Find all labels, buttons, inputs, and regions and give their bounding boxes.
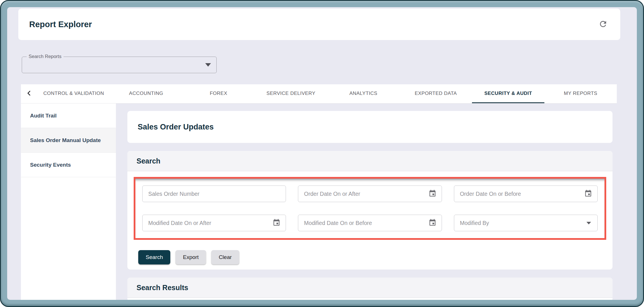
page-title: Report Explorer (29, 20, 92, 29)
order-date-before-calendar-button[interactable] (584, 189, 593, 198)
tabs-scroll-left-button[interactable] (21, 84, 37, 103)
sidebar-item-audit-trail[interactable]: Audit Trail (21, 103, 116, 128)
refresh-button[interactable] (597, 18, 609, 31)
search-results-header: Search Results (127, 278, 613, 298)
modified-date-on-or-after-field[interactable] (142, 215, 286, 231)
calendar-icon (272, 219, 280, 228)
modified-by-field[interactable] (454, 215, 598, 231)
app-screen: Report Explorer Search Reports CONTROL &… (7, 7, 637, 300)
order-date-on-or-before-field[interactable] (454, 186, 598, 202)
search-panel-body: Search Export Clear (127, 171, 613, 270)
calendar-icon (584, 190, 592, 198)
modified-date-on-or-before-field[interactable] (298, 215, 442, 231)
search-reports-select[interactable]: Search Reports (22, 57, 217, 73)
search-results-title: Search Results (137, 284, 188, 292)
modified-date-on-or-after-input[interactable] (143, 220, 272, 226)
sales-order-number-input[interactable] (143, 191, 286, 197)
search-fields-grid (142, 186, 598, 231)
search-panel: Search (127, 151, 613, 270)
tab-service-delivery[interactable]: SERVICE DELIVERY (255, 84, 327, 103)
header-card: Report Explorer (18, 9, 620, 40)
annotation-highlight-box (134, 177, 606, 240)
sales-order-number-field[interactable] (142, 186, 286, 202)
report-title: Sales Order Updates (138, 123, 214, 131)
search-panel-title: Search (137, 157, 160, 165)
calendar-icon (428, 190, 436, 198)
calendar-icon (428, 219, 436, 228)
modified-date-before-calendar-button[interactable] (428, 218, 437, 228)
report-title-card: Sales Order Updates (127, 111, 613, 143)
search-actions: Search Export Clear (138, 250, 606, 264)
order-date-on-or-after-field[interactable] (298, 186, 442, 202)
chevron-down-icon (205, 63, 211, 67)
tab-exported-data[interactable]: EXPORTED DATA (400, 84, 472, 103)
sidebar-item-security-events[interactable]: Security Events (21, 153, 116, 177)
main-content: Sales Order Updates Search (127, 103, 613, 300)
order-date-after-calendar-button[interactable] (428, 189, 437, 198)
refresh-icon (598, 19, 608, 29)
tab-accounting[interactable]: ACCOUNTING (110, 84, 182, 103)
dropdown-arrow-icon[interactable] (586, 222, 591, 224)
modified-date-after-calendar-button[interactable] (272, 218, 281, 228)
modified-by-input[interactable] (454, 220, 586, 226)
export-button[interactable]: Export (175, 250, 206, 264)
report-sidebar: Audit Trail Sales Order Manual Update Se… (21, 103, 116, 300)
order-date-on-or-after-input[interactable] (298, 191, 428, 197)
clear-button[interactable]: Clear (211, 250, 239, 264)
tab-my-reports[interactable]: MY REPORTS (544, 84, 617, 103)
tab-control-validation[interactable]: CONTROL & VALIDATION (37, 84, 110, 103)
search-button[interactable]: Search (138, 250, 170, 264)
content-row: Audit Trail Sales Order Manual Update Se… (7, 103, 637, 300)
tab-security-audit[interactable]: SECURITY & AUDIT (472, 84, 544, 103)
chevron-left-icon (26, 90, 33, 98)
tab-analytics[interactable]: ANALYTICS (327, 84, 400, 103)
modified-date-on-or-before-input[interactable] (298, 220, 428, 226)
search-panel-header: Search (127, 151, 613, 171)
sidebar-item-sales-order-manual-update[interactable]: Sales Order Manual Update (21, 128, 116, 153)
tab-forex[interactable]: FOREX (182, 84, 255, 103)
order-date-on-or-before-input[interactable] (454, 191, 584, 197)
search-reports-label: Search Reports (27, 54, 64, 59)
search-results-body (127, 298, 613, 300)
search-results-panel: Search Results (127, 278, 613, 300)
category-tabs: CONTROL & VALIDATION ACCOUNTING FOREX SE… (21, 84, 617, 103)
